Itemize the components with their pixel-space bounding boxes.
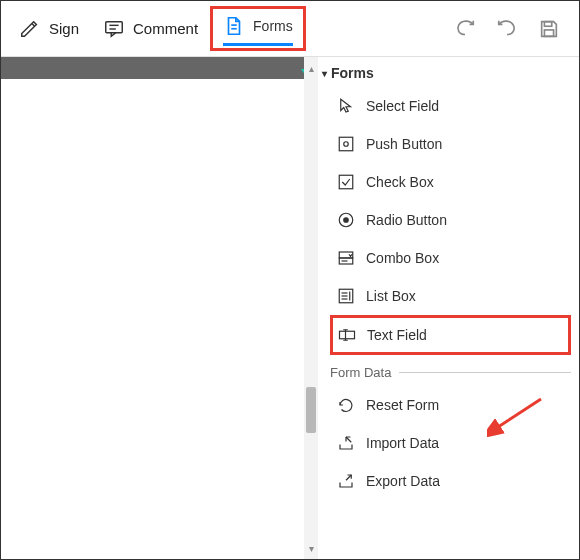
radio-icon bbox=[336, 210, 356, 230]
toolbar-right-group bbox=[451, 15, 573, 43]
tool-label: Select Field bbox=[366, 98, 439, 114]
redo-button[interactable] bbox=[451, 15, 479, 43]
combo-box-icon bbox=[336, 248, 356, 268]
export-icon bbox=[336, 471, 356, 491]
radio-button-tool[interactable]: Radio Button bbox=[330, 201, 571, 239]
forms-side-panel: ▴ ▾ ▾ Forms Select Field bbox=[317, 57, 579, 559]
undo-button[interactable] bbox=[493, 15, 521, 43]
section-title: Form Data bbox=[330, 365, 391, 380]
cursor-icon bbox=[336, 96, 356, 116]
forms-tab[interactable]: Forms bbox=[210, 6, 306, 51]
top-toolbar: Sign Comment Forms bbox=[1, 1, 579, 57]
tool-label: Text Field bbox=[367, 327, 427, 343]
scroll-up-icon[interactable]: ▴ bbox=[304, 61, 318, 75]
scrollbar-thumb[interactable] bbox=[306, 387, 316, 433]
item-label: Import Data bbox=[366, 435, 439, 451]
save-button[interactable] bbox=[535, 15, 563, 43]
panel-title: Forms bbox=[331, 65, 374, 81]
form-tools-list: Select Field Push Button bbox=[318, 87, 579, 355]
comment-icon bbox=[103, 18, 125, 40]
svg-rect-7 bbox=[339, 137, 353, 151]
tool-label: Check Box bbox=[366, 174, 434, 190]
push-button-icon bbox=[336, 134, 356, 154]
push-button-tool[interactable]: Push Button bbox=[330, 125, 571, 163]
svg-rect-6 bbox=[544, 29, 553, 35]
text-field-tool[interactable]: Text Field bbox=[330, 315, 571, 355]
import-data-item[interactable]: Import Data bbox=[330, 424, 571, 462]
check-box-tool[interactable]: Check Box bbox=[330, 163, 571, 201]
tool-label: List Box bbox=[366, 288, 416, 304]
select-field-tool[interactable]: Select Field bbox=[330, 87, 571, 125]
import-icon bbox=[336, 433, 356, 453]
svg-point-8 bbox=[344, 142, 349, 147]
pen-icon bbox=[19, 18, 41, 40]
svg-rect-5 bbox=[544, 21, 551, 26]
list-box-icon bbox=[336, 286, 356, 306]
form-data-section-header: Form Data bbox=[318, 355, 579, 386]
svg-point-11 bbox=[344, 218, 349, 223]
divider bbox=[399, 372, 571, 373]
collapse-caret-icon: ▾ bbox=[322, 68, 327, 79]
comment-label: Comment bbox=[133, 20, 198, 37]
sign-label: Sign bbox=[49, 20, 79, 37]
combo-box-tool[interactable]: Combo Box bbox=[330, 239, 571, 277]
svg-rect-9 bbox=[339, 175, 353, 189]
sign-button[interactable]: Sign bbox=[7, 10, 91, 48]
form-data-list: Reset Form Import Data bbox=[318, 386, 579, 500]
forms-icon bbox=[223, 15, 245, 37]
reset-icon bbox=[336, 395, 356, 415]
item-label: Export Data bbox=[366, 473, 440, 489]
scrollbar-track[interactable]: ▴ ▾ bbox=[304, 57, 318, 559]
content-area: ▴ ▾ ▾ Forms Select Field bbox=[1, 57, 579, 559]
scroll-down-icon[interactable]: ▾ bbox=[304, 541, 318, 555]
item-label: Reset Form bbox=[366, 397, 439, 413]
comment-button[interactable]: Comment bbox=[91, 10, 210, 48]
reset-form-item[interactable]: Reset Form bbox=[330, 386, 571, 424]
tool-label: Radio Button bbox=[366, 212, 447, 228]
svg-rect-20 bbox=[340, 331, 355, 339]
document-ruler bbox=[1, 57, 317, 79]
tool-label: Combo Box bbox=[366, 250, 439, 266]
list-box-tool[interactable]: List Box bbox=[330, 277, 571, 315]
panel-header[interactable]: ▾ Forms bbox=[318, 63, 579, 87]
tool-label: Push Button bbox=[366, 136, 442, 152]
active-tab-underline bbox=[223, 43, 293, 46]
document-area bbox=[1, 57, 317, 559]
text-field-icon bbox=[337, 325, 357, 345]
checkbox-icon bbox=[336, 172, 356, 192]
export-data-item[interactable]: Export Data bbox=[330, 462, 571, 500]
forms-label: Forms bbox=[253, 18, 293, 34]
svg-rect-0 bbox=[106, 21, 123, 32]
